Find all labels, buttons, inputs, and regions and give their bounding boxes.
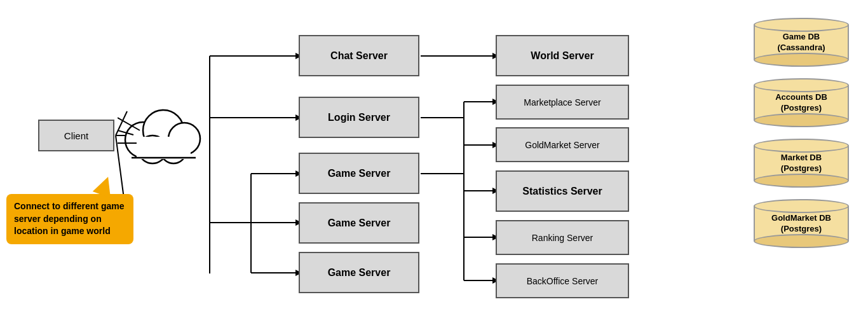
goldmarket-db-cylinder: GoldMarket DB(Postgres) (754, 199, 849, 248)
statistics-server-label: Statistics Server (522, 186, 602, 197)
tooltip-text: Connect to different game server dependi… (14, 201, 124, 236)
market-db-bottom (754, 174, 849, 188)
goldmarket-db-bottom (754, 234, 849, 248)
game-server-3-node: Game Server (299, 252, 419, 293)
databases-container: Game DB(Cassandra) Accounts DB(Postgres)… (754, 18, 849, 248)
game-server-2-node: Game Server (299, 202, 419, 244)
architecture-diagram: { "client": { "label": "Client" }, "serv… (0, 0, 868, 332)
login-server-node: Login Server (299, 97, 419, 138)
market-db-label: Market DB(Postgres) (781, 153, 822, 174)
market-db-cylinder: Market DB(Postgres) (754, 139, 849, 188)
svg-rect-37 (137, 137, 191, 159)
backoffice-server-label: BackOffice Server (527, 276, 599, 286)
marketplace-server-label: Marketplace Server (524, 97, 600, 107)
backoffice-server-node: BackOffice Server (496, 263, 629, 298)
accounts-db-bottom (754, 113, 849, 127)
game-server-1-node: Game Server (299, 153, 419, 194)
market-db-top (754, 139, 849, 153)
world-server-label: World Server (531, 50, 593, 62)
game-server-1-label: Game Server (328, 168, 391, 179)
ranking-server-node: Ranking Server (496, 220, 629, 255)
accounts-db-cylinder: Accounts DB(Postgres) (754, 78, 849, 127)
cloud-shape (118, 89, 210, 172)
game-server-2-label: Game Server (328, 218, 391, 229)
tooltip-balloon: Connect to different game server dependi… (6, 194, 133, 244)
accounts-db-top (754, 78, 849, 92)
game-server-3-label: Game Server (328, 267, 391, 279)
client-node: Client (38, 120, 114, 151)
goldmarket-server-label: GoldMarket Server (525, 140, 599, 150)
game-db-label: Game DB(Cassandra) (777, 32, 825, 53)
chat-server-label: Chat Server (330, 50, 388, 62)
login-server-label: Login Server (328, 112, 390, 123)
chat-server-node: Chat Server (299, 35, 419, 76)
world-server-node: World Server (496, 35, 629, 76)
game-db-cylinder: Game DB(Cassandra) (754, 18, 849, 67)
goldmarket-server-node: GoldMarket Server (496, 127, 629, 162)
marketplace-server-node: Marketplace Server (496, 85, 629, 120)
statistics-server-node: Statistics Server (496, 170, 629, 212)
accounts-db-label: Accounts DB(Postgres) (775, 92, 827, 114)
game-db-bottom (754, 53, 849, 67)
game-db-top (754, 18, 849, 32)
client-label: Client (64, 130, 88, 141)
goldmarket-db-top (754, 199, 849, 213)
ranking-server-label: Ranking Server (532, 233, 593, 243)
goldmarket-db-label: GoldMarket DB(Postgres) (771, 213, 831, 235)
